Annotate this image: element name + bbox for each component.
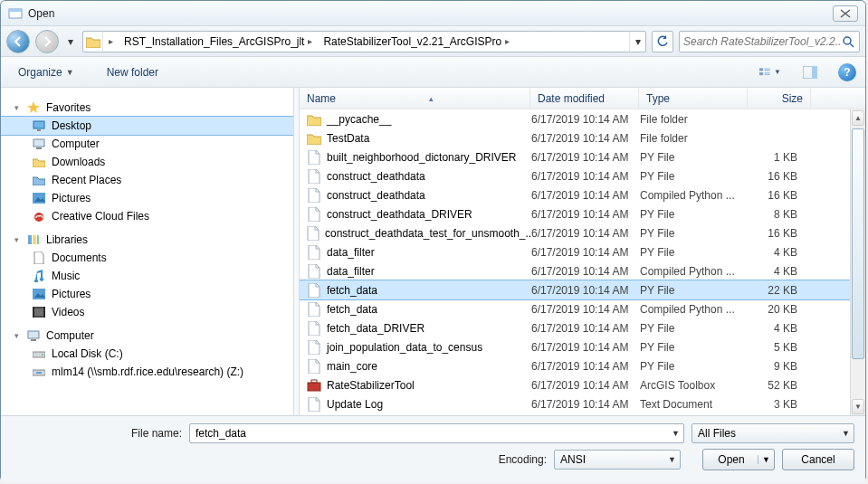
file-date: 6/17/2019 10:14 AM	[531, 398, 640, 411]
file-size: 16 KB	[749, 189, 805, 202]
svg-rect-19	[33, 307, 34, 318]
column-header-name[interactable]: Name▴	[300, 88, 530, 109]
preview-pane-button[interactable]	[798, 62, 822, 82]
file-date: 6/17/2019 10:14 AM	[531, 208, 640, 221]
file-row[interactable]: construct_deathdata_DRIVER6/17/2019 10:1…	[300, 204, 865, 223]
file-icon	[307, 264, 321, 279]
file-row[interactable]: __pycache__6/17/2019 10:14 AMFile folder	[300, 109, 865, 128]
filename-input[interactable]: fetch_data▼	[189, 423, 684, 443]
music-icon	[32, 269, 46, 283]
help-button[interactable]: ?	[838, 63, 856, 81]
window-title: Open	[28, 7, 54, 20]
file-row[interactable]: fetch_data6/17/2019 10:14 AMCompiled Pyt…	[300, 299, 865, 318]
file-icon	[307, 245, 321, 260]
open-button[interactable]: Open▼	[702, 449, 775, 470]
sidebar-item-downloads[interactable]: Downloads	[1, 153, 299, 171]
file-row[interactable]: RateStabilizerTool6/17/2019 10:14 AMArcG…	[300, 375, 865, 394]
search-box[interactable]	[679, 31, 860, 52]
file-row[interactable]: data_filter6/17/2019 10:14 AMPY File4 KB	[300, 242, 865, 261]
file-row[interactable]: construct_deathdata_test_for_unsmooth_..…	[300, 223, 865, 242]
computer-icon	[32, 137, 46, 151]
organize-button[interactable]: Organize▼	[10, 62, 82, 83]
sidebar-item-videos[interactable]: Videos	[1, 303, 299, 321]
scroll-thumb[interactable]	[852, 128, 864, 359]
file-list: __pycache__6/17/2019 10:14 AMFile folder…	[300, 109, 865, 413]
file-row[interactable]: TestData6/17/2019 10:14 AMFile folder	[300, 128, 865, 147]
file-size: 4 KB	[749, 322, 805, 335]
file-row[interactable]: fetch_data6/17/2019 10:14 AMPY File22 KB	[300, 280, 865, 299]
nav-forward-button[interactable]	[35, 30, 59, 53]
sidebar-item-local-c[interactable]: Local Disk (C:)	[1, 345, 299, 363]
refresh-button[interactable]	[652, 31, 673, 52]
file-type: PY File	[640, 360, 749, 373]
file-icon	[307, 321, 321, 336]
file-row[interactable]: construct_deathdata6/17/2019 10:14 AMCom…	[300, 185, 865, 204]
file-row[interactable]: fetch_data_DRIVER6/17/2019 10:14 AMPY Fi…	[300, 318, 865, 337]
chevron-down-icon: ▼	[842, 429, 850, 438]
svg-rect-8	[37, 129, 41, 131]
file-icon	[307, 169, 321, 184]
cancel-button[interactable]: Cancel	[782, 449, 854, 470]
computer-icon	[26, 328, 41, 343]
file-row[interactable]: main_core6/17/2019 10:14 AMPY File9 KB	[300, 356, 865, 375]
sidebar-item-desktop[interactable]: Desktop	[1, 117, 299, 135]
view-options-button[interactable]: ▼	[758, 62, 782, 82]
file-type: PY File	[640, 322, 749, 335]
file-row[interactable]: built_neighborhood_dictonary_DRIVER6/17/…	[300, 147, 865, 166]
file-row[interactable]: data_filter6/17/2019 10:14 AMCompiled Py…	[300, 261, 865, 280]
column-header-date[interactable]: Date modified	[530, 88, 639, 109]
file-row[interactable]: join_population_data_to_census6/17/2019 …	[300, 337, 865, 356]
close-button[interactable]	[833, 5, 858, 22]
sidebar-item-computer[interactable]: Computer	[1, 135, 299, 153]
libraries-icon	[26, 233, 41, 247]
address-bar-dropdown[interactable]: ▾	[629, 31, 645, 52]
sort-ascending-icon: ▴	[429, 94, 434, 103]
favorites-group[interactable]: ▾Favorites	[1, 97, 299, 117]
sidebar-item-recent[interactable]: Recent Places	[1, 171, 299, 189]
breadcrumb-root[interactable]: ▸	[103, 32, 119, 52]
app-icon	[8, 6, 23, 21]
file-row[interactable]: construct_deathdata6/17/2019 10:14 AMPY …	[300, 166, 865, 185]
svg-rect-3	[759, 68, 763, 71]
vertical-scrollbar[interactable]: ▲ ▼	[850, 109, 865, 415]
search-input[interactable]	[683, 35, 841, 48]
file-date: 6/17/2019 10:14 AM	[531, 151, 640, 164]
libraries-group[interactable]: ▾Libraries	[1, 229, 299, 249]
filename-label: File name:	[12, 427, 182, 440]
column-header-type[interactable]: Type	[639, 88, 748, 109]
file-row[interactable]: Update Log6/17/2019 10:14 AMText Documen…	[300, 394, 865, 413]
column-header-size[interactable]: Size	[748, 88, 811, 109]
file-type: PY File	[640, 170, 749, 183]
nav-back-button[interactable]	[6, 30, 30, 53]
breadcrumb-seg2[interactable]: RateStabilizerTool_v2.21_ArcGISPro▸	[318, 32, 515, 52]
sidebar-item-pictures[interactable]: Pictures	[1, 189, 299, 207]
file-date: 6/17/2019 10:14 AM	[531, 170, 640, 183]
file-name: built_neighborhood_dictonary_DRIVER	[327, 151, 516, 164]
file-name: Update Log	[327, 398, 383, 411]
breadcrumb-seg1[interactable]: RST_Installation_Files_ArcGISPro_jlt▸	[119, 32, 318, 52]
downloads-icon	[32, 155, 46, 169]
file-size: 16 KB	[749, 170, 805, 183]
scroll-down-button[interactable]: ▼	[852, 399, 864, 414]
scroll-up-button[interactable]: ▲	[852, 110, 864, 126]
file-type: File folder	[640, 113, 749, 126]
file-type: Compiled Python ...	[640, 303, 749, 316]
chevron-down-icon: ▼	[668, 455, 676, 464]
svg-rect-22	[31, 339, 36, 341]
encoding-select[interactable]: ANSI▼	[554, 450, 681, 470]
sidebar-item-lib-pictures[interactable]: Pictures	[1, 285, 299, 303]
new-folder-button[interactable]: New folder	[99, 62, 167, 83]
file-date: 6/17/2019 10:14 AM	[531, 227, 640, 240]
sidebar-item-documents[interactable]: Documents	[1, 249, 299, 267]
sidebar-item-music[interactable]: Music	[1, 267, 299, 285]
address-bar[interactable]: ▸ RST_Installation_Files_ArcGISPro_jlt▸ …	[82, 31, 646, 52]
file-date: 6/17/2019 10:14 AM	[531, 113, 640, 126]
computer-group[interactable]: ▾Computer	[1, 325, 299, 345]
file-type-filter[interactable]: All Files▼	[692, 423, 854, 443]
nav-history-dropdown[interactable]: ▾	[64, 31, 77, 52]
file-date: 6/17/2019 10:14 AM	[531, 132, 640, 145]
file-size: 22 KB	[749, 284, 805, 297]
sidebar-item-creative[interactable]: Creative Cloud Files	[1, 207, 299, 225]
file-size: 20 KB	[749, 303, 805, 316]
sidebar-item-network-z[interactable]: mlm14 (\\smb.rdf.rice.edu\research) (Z:)	[1, 363, 299, 381]
